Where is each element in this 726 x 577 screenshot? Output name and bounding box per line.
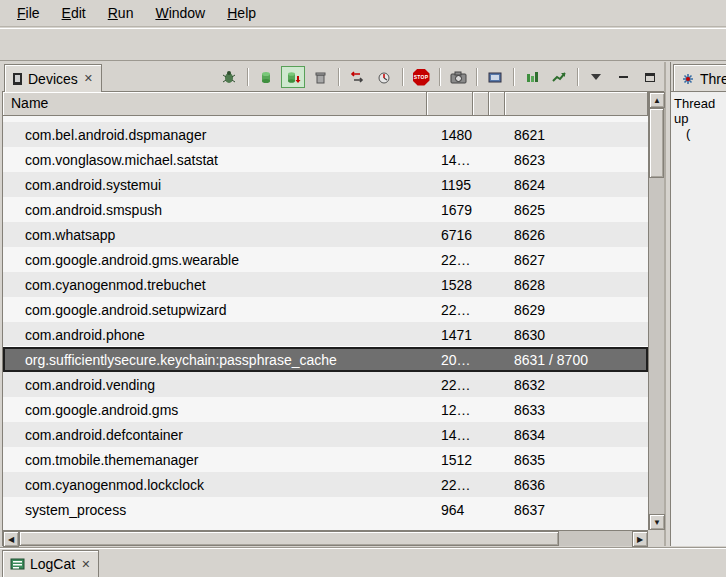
process-name: com.cyanogenmod.trebuchet: [3, 277, 427, 293]
table-row[interactable]: com.google.android.gms.wearable 22185 86…: [3, 247, 648, 272]
process-pid: 14411: [427, 427, 473, 443]
horizontal-scroll-thumb[interactable]: [19, 531, 559, 546]
table-body: com.bel.android.dspmanager 1480 8621 com…: [3, 116, 648, 530]
toolbar-separator: [513, 68, 514, 86]
process-port: 8634: [505, 427, 648, 443]
column-header-empty[interactable]: [489, 92, 505, 116]
menu-run[interactable]: Run: [99, 2, 143, 24]
process-pid: 12623: [427, 402, 473, 418]
process-port: 8621: [505, 127, 648, 143]
table-row[interactable]: com.android.systemui 1195 8624: [3, 172, 648, 197]
menu-window[interactable]: Window: [146, 2, 214, 24]
process-port: 8632: [505, 377, 648, 393]
logcat-icon: [10, 557, 25, 571]
maximize-icon[interactable]: [638, 66, 662, 88]
process-port: 8625: [505, 202, 648, 218]
process-pid: 20311: [427, 352, 473, 368]
threads-icon: [681, 72, 695, 86]
process-name: com.google.android.gms.wearable: [3, 252, 427, 268]
tab-threads-label: Threads: [700, 71, 726, 87]
scroll-left-icon[interactable]: ◀: [3, 531, 19, 547]
process-port: 8635: [505, 452, 648, 468]
toolbar-separator: [476, 68, 477, 86]
process-pid: 1512: [427, 452, 473, 468]
table-row[interactable]: com.android.vending 22440 8632: [3, 372, 648, 397]
process-name: com.android.phone: [3, 327, 427, 343]
tab-devices-label: Devices: [28, 71, 78, 87]
table-row[interactable]: com.vonglasow.michael.satstat 14553 8623: [3, 147, 648, 172]
process-port: 8623: [505, 152, 648, 168]
debug-icon[interactable]: [217, 66, 241, 88]
table-row[interactable]: com.tmobile.thememanager 1512 8635: [3, 447, 648, 472]
table-row[interactable]: system_process 964 8637: [3, 497, 648, 522]
tab-logcat-label: LogCat: [30, 556, 75, 572]
process-port: 8630: [505, 327, 648, 343]
tab-logcat[interactable]: LogCat ✕: [2, 550, 99, 577]
table-row-selected[interactable]: org.sufficientlysecure.keychain:passphra…: [3, 347, 648, 372]
update-threads-icon[interactable]: [345, 66, 369, 88]
process-port: 8636: [505, 477, 648, 493]
close-icon[interactable]: ✕: [80, 558, 91, 571]
process-port: 8624: [505, 177, 648, 193]
process-port: 8637: [505, 502, 648, 518]
menu-edit[interactable]: Edit: [53, 2, 95, 24]
dump-hprof-icon[interactable]: [281, 66, 305, 88]
threads-message-line2: (: [674, 126, 726, 141]
table-row[interactable]: com.whatsapp 6716 8626: [3, 222, 648, 247]
vertical-scrollbar[interactable]: ▲ ▼: [648, 92, 664, 530]
column-header-pid[interactable]: [427, 92, 473, 116]
process-port: 8628: [505, 277, 648, 293]
tab-devices[interactable]: Devices ✕: [4, 64, 102, 92]
update-heap-icon[interactable]: [254, 66, 278, 88]
table-row[interactable]: com.android.smspush 1679 8625: [3, 197, 648, 222]
menu-help[interactable]: Help: [218, 2, 265, 24]
tab-threads[interactable]: Threads: [673, 64, 726, 92]
process-name: com.android.systemui: [3, 177, 427, 193]
sysinfo-icon[interactable]: [547, 66, 571, 88]
horizontal-scrollbar[interactable]: ◀ ▶: [3, 530, 648, 546]
column-header-port[interactable]: [505, 92, 648, 116]
table-row[interactable]: com.google.android.gms 12623 8633: [3, 397, 648, 422]
process-pid: 1528: [427, 277, 473, 293]
process-pid: 22185: [427, 252, 473, 268]
process-pid: 964: [427, 502, 473, 518]
scroll-down-icon[interactable]: ▼: [649, 514, 665, 530]
table-row[interactable]: com.android.defcontainer 14411 8634: [3, 422, 648, 447]
toolbar-separator: [402, 68, 403, 86]
process-name: com.whatsapp: [3, 227, 427, 243]
process-pid: 14553: [427, 152, 473, 168]
minimize-icon[interactable]: [611, 66, 635, 88]
table-row[interactable]: com.bel.android.dspmanager 1480 8621: [3, 122, 648, 147]
scroll-right-icon[interactable]: ▶: [632, 531, 648, 547]
process-name: com.android.vending: [3, 377, 427, 393]
device-icon: [12, 72, 23, 86]
column-header-empty[interactable]: [473, 92, 489, 116]
process-name: com.google.android.setupwizard: [3, 302, 427, 318]
cause-gc-icon[interactable]: [308, 66, 332, 88]
vertical-scroll-thumb[interactable]: [649, 108, 664, 178]
hierarchy-view-icon[interactable]: [520, 66, 544, 88]
view-menu-icon[interactable]: [584, 66, 608, 88]
process-port: 8626: [505, 227, 648, 243]
scroll-up-icon[interactable]: ▲: [649, 92, 665, 108]
screen-record-icon[interactable]: [483, 66, 507, 88]
screen-capture-icon[interactable]: [446, 66, 470, 88]
toolbar-separator: [338, 68, 339, 86]
process-pid: 6716: [427, 227, 473, 243]
table-row[interactable]: com.android.phone 1471 8630: [3, 322, 648, 347]
process-name: com.bel.android.dspmanager: [3, 127, 427, 143]
table-row[interactable]: com.google.android.setupwizard 22250 862…: [3, 297, 648, 322]
menu-file[interactable]: File: [8, 2, 49, 24]
process-name: com.google.android.gms: [3, 402, 427, 418]
table-row[interactable]: com.cyanogenmod.trebuchet 1528 8628: [3, 272, 648, 297]
stop-process-icon[interactable]: STOP: [409, 66, 433, 88]
process-name: system_process: [3, 502, 427, 518]
start-method-profiling-icon[interactable]: [372, 66, 396, 88]
column-header-name[interactable]: Name: [3, 92, 427, 116]
threads-message-line1: Thread up: [674, 96, 726, 126]
process-name: com.android.defcontainer: [3, 427, 427, 443]
table-row[interactable]: com.cyanogenmod.lockclock 22265 8636: [3, 472, 648, 497]
close-icon[interactable]: ✕: [83, 72, 94, 85]
process-name: com.cyanogenmod.lockclock: [3, 477, 427, 493]
toolbar-separator: [577, 68, 578, 86]
